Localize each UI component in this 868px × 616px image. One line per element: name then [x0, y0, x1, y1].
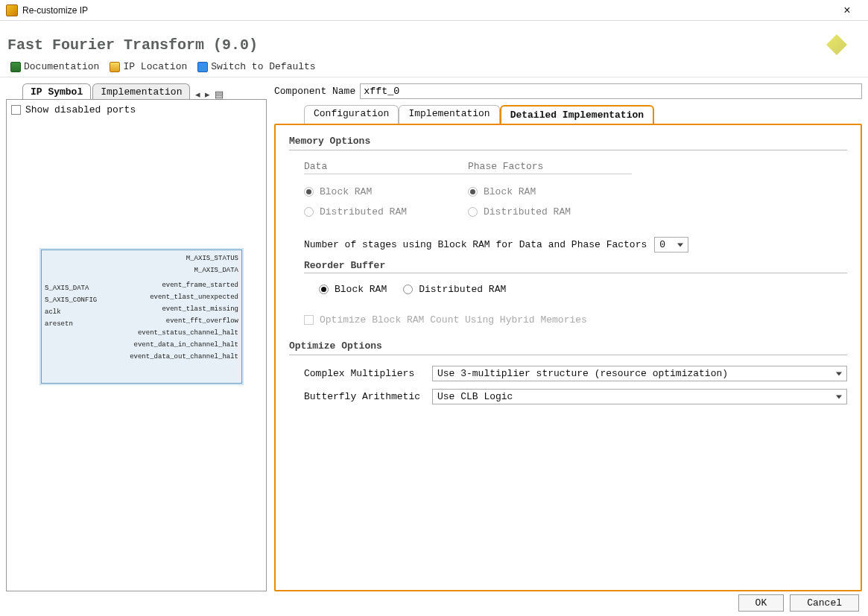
port-event-fft-overflow: event_fft_overflow [166, 317, 238, 325]
show-disabled-ports-checkbox[interactable]: Show disabled ports [11, 104, 262, 115]
switch-defaults-button[interactable]: Switch to Defaults [194, 60, 318, 74]
port-m-axis-status: M_AXIS_STATUS [186, 255, 238, 262]
butterfly-arithmetic-label: Butterfly Arithmetic [304, 391, 425, 402]
radio-reorder-dist-ram[interactable] [403, 285, 413, 294]
ok-button[interactable]: OK [738, 594, 785, 612]
tab-detailed-implementation[interactable]: Detailed Implementation [500, 105, 654, 124]
checkbox-icon [304, 315, 314, 325]
optimize-options-label: Optimize Options [289, 340, 847, 352]
page-title: Fast Fourier Transform (9.0) [7, 36, 258, 54]
butterfly-arithmetic-select[interactable]: Use CLB Logic [432, 389, 847, 404]
stages-select[interactable]: 0 [654, 237, 688, 253]
logo-icon [826, 34, 847, 55]
tab-implementation[interactable]: Implementation [399, 105, 499, 124]
tab-next-icon[interactable]: ▸ [204, 89, 211, 100]
port-event-data-in-halt: event_data_in_channel_halt [134, 341, 238, 349]
reorder-buffer-label: Reorder Buffer [304, 260, 847, 273]
complex-multipliers-label: Complex Multipliers [304, 368, 425, 379]
port-s-axis-data: S_AXIS_DATA [45, 285, 89, 292]
tab-prev-icon[interactable]: ◂ [194, 89, 201, 100]
radio-reorder-block-ram[interactable] [319, 285, 329, 294]
tab-configuration[interactable]: Configuration [304, 105, 399, 124]
ip-icon [6, 4, 18, 16]
radio-data-block-ram [304, 187, 314, 197]
book-icon [10, 62, 21, 72]
close-icon[interactable]: × [832, 4, 862, 17]
tab-implementation-left[interactable]: Implementation [92, 83, 190, 100]
folder-icon [110, 62, 120, 72]
phase-column-label: Phase Factors [468, 161, 632, 174]
radio-phase-dist-ram [468, 207, 478, 217]
refresh-icon [197, 62, 208, 72]
port-event-data-out-halt: event_data_out_channel_halt [130, 353, 238, 361]
radio-phase-block-ram [468, 187, 478, 197]
port-m-axis-data: M_AXIS_DATA [194, 267, 238, 274]
data-column-label: Data [304, 161, 468, 174]
port-event-tlast-unexpected: event_tlast_unexpected [150, 293, 238, 301]
checkbox-icon [11, 105, 21, 115]
ip-location-button[interactable]: IP Location [107, 60, 190, 74]
tab-menu-icon[interactable]: ▤ [214, 89, 224, 100]
component-name-label: Component Name [274, 86, 355, 97]
stages-label: Number of stages using Block RAM for Dat… [304, 239, 647, 250]
port-s-axis-config: S_AXIS_CONFIG [45, 296, 97, 304]
cancel-button[interactable]: Cancel [790, 594, 859, 612]
complex-multipliers-select[interactable]: Use 3-multiplier structure (resource opt… [432, 366, 847, 381]
component-name-input[interactable] [360, 83, 862, 99]
port-event-frame-started: event_frame_started [162, 282, 238, 289]
radio-data-dist-ram [304, 207, 314, 217]
documentation-button[interactable]: Documentation [7, 60, 102, 74]
port-event-status-halt: event_status_channel_halt [138, 329, 238, 337]
tab-ip-symbol[interactable]: IP Symbol [22, 83, 91, 100]
port-event-tlast-missing: event_tlast_missing [162, 305, 238, 313]
optimize-hybrid-checkbox: Optimize Block RAM Count Using Hybrid Me… [304, 314, 847, 326]
window-title: Re-customize IP [22, 5, 832, 16]
memory-options-label: Memory Options [289, 136, 847, 147]
port-aresetn: aresetn [45, 320, 73, 328]
tab-nav: ◂ ▸ ▤ [194, 89, 224, 100]
ip-diagram: S_AXIS_DATA S_AXIS_CONFIG aclk aresetn M… [41, 250, 242, 384]
port-aclk: aclk [45, 308, 61, 316]
